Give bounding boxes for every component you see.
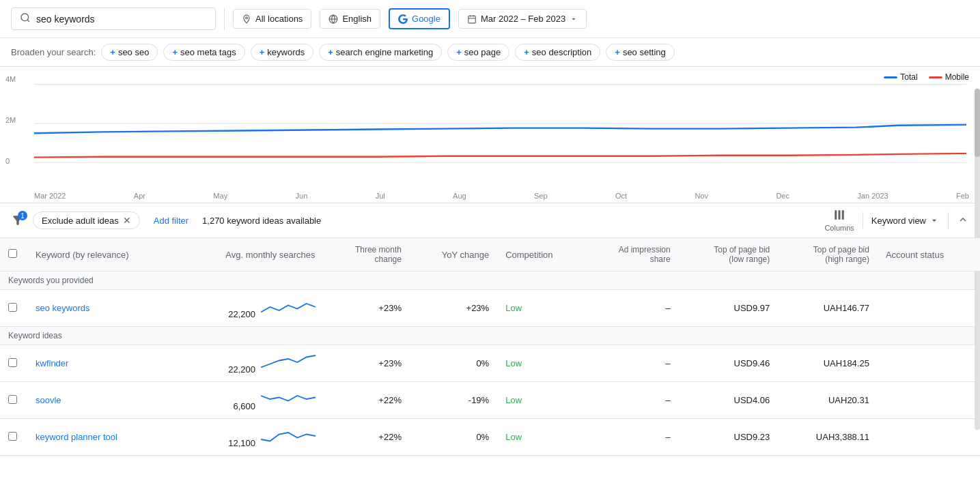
row-avg-monthly: 9,900 (178, 456, 323, 457)
row-top-bid-low: USD4.06 (679, 382, 779, 419)
search-box[interactable]: seo keywords (11, 8, 216, 30)
exclude-adult-label: Exclude adult ideas (42, 216, 119, 226)
row-checkbox[interactable] (8, 358, 17, 367)
engine-label: Google (412, 14, 440, 24)
chip-seo-description[interactable]: + seo description (515, 44, 600, 61)
row-avg-monthly: 6,600 (178, 382, 323, 419)
th-three-month[interactable]: Three month change (324, 238, 410, 272)
th-competition[interactable]: Competition (497, 238, 585, 272)
th-keyword[interactable]: Keyword (by relevance) (27, 238, 178, 272)
svg-rect-5 (468, 16, 476, 23)
th-top-bid-low[interactable]: Top of page bid (low range) (679, 238, 779, 272)
row-keyword: keyword planner tool (27, 419, 178, 456)
collapse-button[interactable] (957, 214, 969, 228)
row-competition: Low (497, 419, 585, 456)
th-select-all[interactable] (0, 238, 27, 272)
chip-seo-seo[interactable]: + seo seo (101, 44, 158, 61)
keyword-link[interactable]: soovle (36, 395, 61, 405)
row-competition: Low (497, 382, 585, 419)
columns-button[interactable]: Columns (824, 209, 854, 232)
th-ad-impression[interactable]: Ad impression share (585, 238, 678, 272)
keyword-view-button[interactable]: Keyword view (871, 215, 940, 226)
row-checkbox-cell[interactable] (0, 419, 27, 456)
engine-button[interactable]: Google (389, 8, 450, 29)
table-row: soovle 6,600 +22% -19% Low – USD4.06 UAH… (0, 382, 980, 419)
legend-total-dot (884, 76, 897, 78)
legend-mobile-label: Mobile (945, 72, 969, 82)
chip-seo-page[interactable]: + seo page (447, 44, 509, 61)
row-keyword: kwfinder (27, 345, 178, 382)
date-range-button[interactable]: Mar 2022 – Feb 2023 (458, 9, 587, 29)
row-three-month: +23% (324, 290, 410, 327)
row-avg-monthly: 22,200 (178, 290, 323, 327)
chip-seo-meta-tags[interactable]: + seo meta tags (163, 44, 244, 61)
th-yoy[interactable]: YoY change (410, 238, 497, 272)
row-ad-impression: – (585, 456, 678, 457)
row-avg-monthly: 22,200 (178, 345, 323, 382)
table-header-row: Keyword (by relevance) Avg. monthly sear… (0, 238, 980, 272)
row-account-status (878, 419, 980, 456)
keyword-link[interactable]: kwfinder (36, 358, 68, 368)
row-keyword: soovle (27, 382, 178, 419)
row-account-status (878, 290, 980, 327)
chip-keywords[interactable]: + keywords (251, 44, 314, 61)
section-header: Keywords you provided (0, 272, 980, 290)
location-button[interactable]: All locations (233, 9, 311, 29)
row-three-month: +23% (324, 345, 410, 382)
row-avg-monthly: 12,100 (178, 419, 323, 456)
table-row: kwfinder 22,200 +23% 0% Low – USD9.46 UA… (0, 345, 980, 382)
chart-svg (34, 78, 966, 182)
y-label-4m: 4M (5, 75, 16, 83)
columns-label: Columns (824, 224, 854, 232)
row-top-bid-high: UAH184.25 (778, 345, 878, 382)
row-three-month: +22% (324, 419, 410, 456)
chip-search-engine-marketing[interactable]: + search engine marketing (319, 44, 442, 61)
row-checkbox-cell[interactable] (0, 290, 27, 327)
table-row: keyword planner tool 12,100 +22% 0% Low … (0, 419, 980, 456)
suggestions-bar: Broaden your search: + seo seo + seo met… (0, 38, 980, 67)
legend-mobile-dot (929, 76, 942, 78)
filter-icon-button[interactable]: 1 (11, 214, 25, 227)
row-top-bid-low: USD7.02 (679, 456, 779, 457)
row-checkbox[interactable] (8, 395, 17, 404)
row-checkbox-cell[interactable] (0, 345, 27, 382)
search-input[interactable]: seo keywords (36, 14, 207, 25)
filter-bar-right: Columns Keyword view (824, 209, 969, 232)
row-yoy: 0% (410, 419, 497, 456)
row-checkbox-cell[interactable] (0, 382, 27, 419)
location-label: All locations (255, 14, 303, 24)
keyword-link[interactable]: keyword planner tool (36, 432, 117, 442)
row-top-bid-high: UAH20.31 (778, 382, 878, 419)
row-account-status (878, 456, 980, 457)
row-checkbox[interactable] (8, 432, 17, 441)
row-ad-impression: – (585, 419, 678, 456)
keywords-table: Keyword (by relevance) Avg. monthly sear… (0, 238, 980, 456)
th-account-status[interactable]: Account status (878, 238, 980, 272)
scrollbar-thumb[interactable] (975, 89, 980, 157)
row-top-bid-low: USD9.23 (679, 419, 779, 456)
exclude-adult-close[interactable]: ✕ (123, 215, 131, 226)
th-avg-monthly[interactable]: Avg. monthly searches (178, 238, 323, 272)
exclude-adult-chip[interactable]: Exclude adult ideas ✕ (33, 211, 140, 229)
row-checkbox-cell[interactable] (0, 456, 27, 457)
row-competition: Low (497, 456, 585, 457)
suggestions-label: Broaden your search: (11, 47, 96, 57)
trend-chart: Total Mobile 4M 2M 0 Mar 2022 Apr May Ju… (0, 67, 980, 203)
row-top-bid-high: UAH48.00 (778, 456, 878, 457)
th-top-bid-high[interactable]: Top of page bid (high range) (778, 238, 878, 272)
chip-seo-setting[interactable]: + seo setting (606, 44, 674, 61)
legend-mobile: Mobile (929, 72, 969, 82)
row-top-bid-high: UAH3,388.11 (778, 419, 878, 456)
legend-total: Total (884, 72, 917, 82)
keywords-table-container: Keyword (by relevance) Avg. monthly sear… (0, 238, 980, 456)
language-button[interactable]: English (320, 9, 380, 29)
select-all-checkbox[interactable] (8, 249, 17, 258)
keyword-link[interactable]: seo keywords (36, 303, 89, 313)
search-icon (20, 12, 31, 25)
table-row: meta keywords 9,900 +22% 0% Low – USD7.0… (0, 456, 980, 457)
top-bar: seo keywords All locations English Googl… (0, 0, 980, 38)
table-row: seo keywords 22,200 +23% +23% Low – USD9… (0, 290, 980, 327)
row-yoy: 0% (410, 456, 497, 457)
row-checkbox[interactable] (8, 303, 17, 312)
add-filter-button[interactable]: Add filter (148, 213, 194, 229)
